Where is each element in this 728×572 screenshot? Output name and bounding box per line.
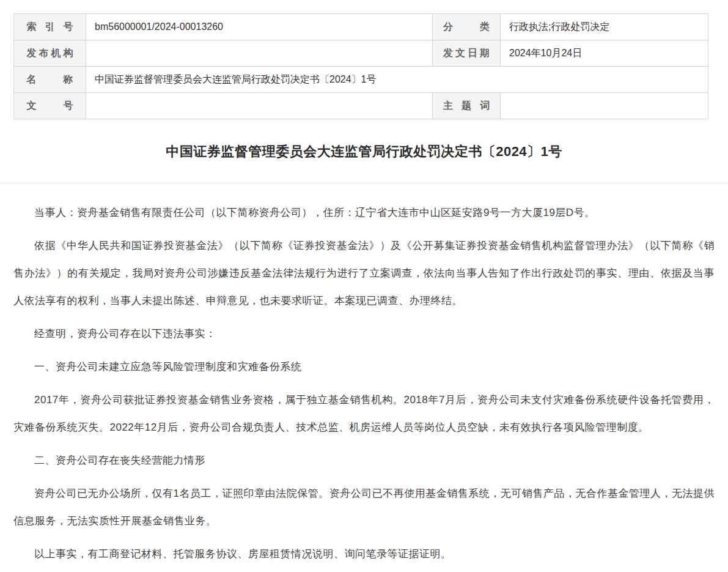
meta-value-name: 中国证券监督管理委员会大连监管局行政处罚决定书〔2024〕1号 [86, 67, 708, 93]
paragraph: 依据《中华人民共和国证券投资基金法》（以下简称《证券投资基金法》）及《公开募集证… [13, 232, 715, 314]
document-page: 索 引 号 bm56000001/2024-00013260 分 类 行政执法;… [0, 0, 728, 572]
meta-row-name: 名 称 中国证券监督管理委员会大连监管局行政处罚决定书〔2024〕1号 [14, 67, 708, 93]
meta-value-subject [501, 93, 708, 119]
paragraph: 二、资舟公司存在丧失经营能力情形 [13, 447, 715, 474]
meta-label-docnum-text: 文 号 [27, 100, 73, 113]
meta-label-subject-text: 主 题 词 [443, 100, 490, 113]
meta-row-agency-date: 发布机构 发文日期 2024年10月24日 [14, 40, 708, 67]
page-title: 中国证券监督管理委员会大连监管局行政处罚决定书〔2024〕1号 [18, 143, 710, 161]
paragraph: 2017年，资舟公司获批证券投资基金销售业务资格，属于独立基金销售机构。2018… [13, 386, 715, 441]
meta-label-index-text: 索 引 号 [27, 21, 73, 34]
meta-label-name: 名 称 [14, 67, 86, 93]
meta-label-index: 索 引 号 [14, 14, 86, 40]
document-meta-table: 索 引 号 bm56000001/2024-00013260 分 类 行政执法;… [13, 13, 708, 119]
meta-value-docnum [86, 93, 433, 119]
meta-label-name-text: 名 称 [27, 73, 73, 86]
document-body: 当事人：资舟基金销售有限责任公司（以下简称资舟公司），住所：辽宁省大连市中山区延… [0, 184, 728, 572]
paragraph: 以上事实，有工商登记材料、托管服务协议、房屋租赁情况说明、询问笔录等证据证明。 [13, 540, 715, 568]
meta-row-docnum-subject: 文 号 主 题 词 [14, 93, 708, 119]
meta-label-docnum: 文 号 [14, 93, 86, 119]
meta-label-category-text: 分 类 [443, 21, 490, 34]
meta-value-category: 行政执法;行政处罚决定 [501, 14, 708, 40]
meta-row-index-category: 索 引 号 bm56000001/2024-00013260 分 类 行政执法;… [14, 14, 708, 40]
meta-value-agency [86, 40, 433, 67]
meta-label-date-text: 发文日期 [443, 47, 490, 60]
paragraph: 当事人：资舟基金销售有限责任公司（以下简称资舟公司），住所：辽宁省大连市中山区延… [13, 199, 715, 226]
meta-label-agency-text: 发布机构 [27, 47, 73, 60]
paragraph: 经查明，资舟公司存在以下违法事实： [13, 320, 715, 347]
meta-label-date: 发文日期 [433, 40, 501, 67]
meta-label-agency: 发布机构 [14, 40, 86, 67]
meta-label-category: 分 类 [433, 14, 501, 40]
meta-label-subject: 主 题 词 [433, 93, 501, 119]
paragraph: 资舟公司已无办公场所，仅有1名员工，证照印章由法院保管。资舟公司已不再使用基金销… [13, 480, 715, 535]
meta-value-date: 2024年10月24日 [501, 40, 708, 67]
meta-value-index: bm56000001/2024-00013260 [86, 14, 433, 40]
paragraph: 一、资舟公司未建立应急等风险管理制度和灾难备份系统 [13, 353, 715, 381]
